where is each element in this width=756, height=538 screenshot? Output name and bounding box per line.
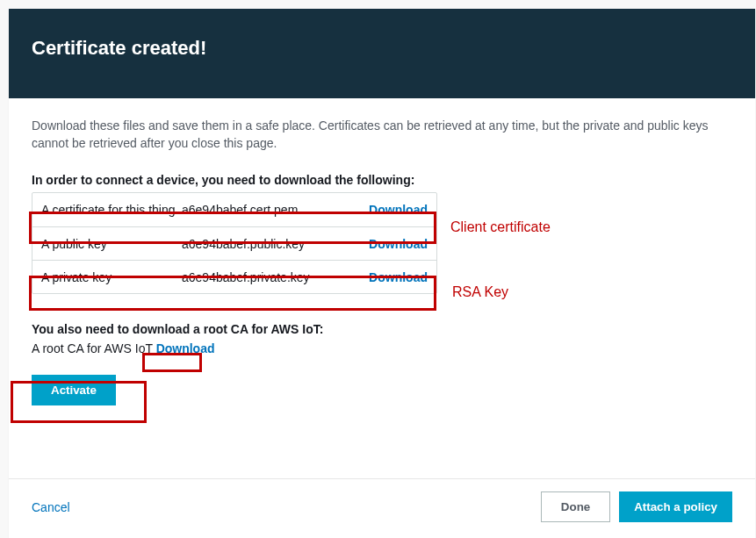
modal-footer: Cancel Done Attach a policy: [9, 478, 755, 538]
row-label: A public key: [41, 237, 182, 251]
download-table: A certificate for this thing a6e94babef.…: [32, 192, 437, 294]
row-filename: a6e94babef.cert.pem: [182, 203, 357, 217]
attach-policy-button[interactable]: Attach a policy: [619, 491, 732, 522]
page-title: Certificate created!: [32, 37, 732, 60]
rootca-subhead: You also need to download a root CA for …: [32, 322, 732, 336]
download-link-cert[interactable]: Download: [357, 203, 428, 217]
row-filename: a6e94babef.public.key: [182, 237, 357, 251]
modal-body: Download these files and save them in a …: [9, 98, 755, 478]
annotation-label-cert: Client certificate: [450, 219, 551, 235]
download-link-private[interactable]: Download: [357, 270, 428, 284]
table-row: A private key a6e94babef.private.key Dow…: [32, 260, 436, 293]
annotation-label-private: RSA Key: [452, 284, 508, 300]
download-link-public[interactable]: Download: [357, 237, 428, 251]
activate-button[interactable]: Activate: [32, 375, 116, 405]
rootca-line: A root CA for AWS IoT Download: [32, 341, 732, 355]
download-link-rootca[interactable]: Download: [156, 341, 215, 355]
description-text: Download these files and save them in a …: [32, 118, 732, 152]
table-row: A public key a6e94babef.public.key Downl…: [32, 226, 436, 260]
row-filename: a6e94babef.private.key: [182, 270, 357, 284]
cancel-link[interactable]: Cancel: [32, 500, 70, 514]
table-row: A certificate for this thing a6e94babef.…: [32, 193, 436, 226]
row-label: A certificate for this thing: [41, 203, 182, 217]
modal-header: Certificate created!: [9, 9, 755, 98]
download-subhead: In order to connect a device, you need t…: [32, 173, 732, 187]
row-label: A private key: [41, 270, 182, 284]
done-button[interactable]: Done: [541, 491, 610, 522]
rootca-text: A root CA for AWS IoT: [32, 341, 156, 355]
